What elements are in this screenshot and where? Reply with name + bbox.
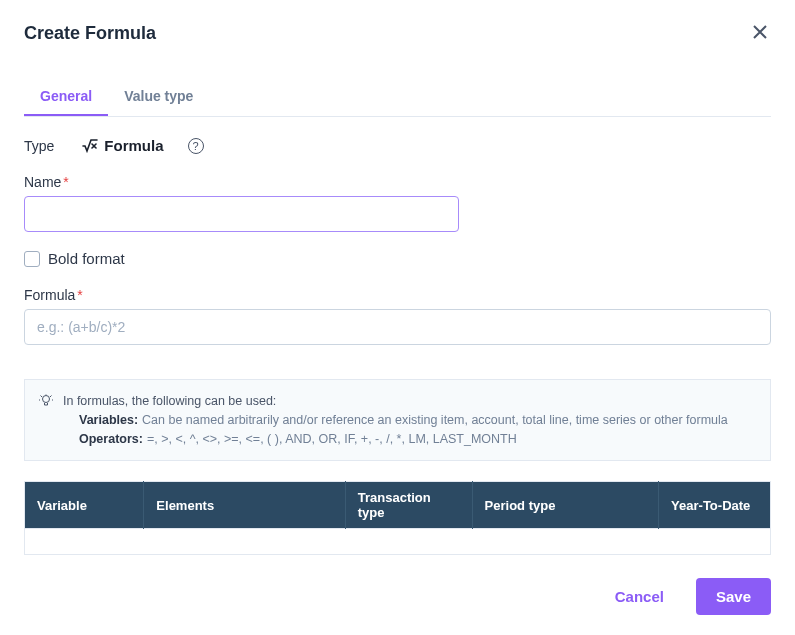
create-formula-modal: Create Formula General Value type Type F… xyxy=(0,0,795,635)
formula-icon xyxy=(82,139,98,153)
tab-value-type[interactable]: Value type xyxy=(108,78,209,116)
svg-point-0 xyxy=(43,396,50,403)
name-label: Name* xyxy=(24,174,771,190)
formula-hint: In formulas, the following can be used: … xyxy=(24,379,771,461)
name-field-group: Name* xyxy=(24,174,771,232)
bold-format-checkbox[interactable] xyxy=(24,251,40,267)
col-year-to-date: Year-To-Date xyxy=(659,482,771,529)
type-value-text: Formula xyxy=(104,137,163,154)
type-row: Type Formula ? xyxy=(24,137,771,154)
hint-variables-line: Variables: Can be named arbitrarily and/… xyxy=(63,411,728,430)
col-period-type: Period type xyxy=(472,482,659,529)
tab-general[interactable]: General xyxy=(24,78,108,116)
lightbulb-icon xyxy=(39,394,53,448)
table-header-row: Variable Elements Transaction type Perio… xyxy=(25,482,771,529)
col-elements: Elements xyxy=(144,482,345,529)
variables-table: Variable Elements Transaction type Perio… xyxy=(24,481,771,555)
close-icon xyxy=(753,23,767,43)
formula-label: Formula* xyxy=(24,287,771,303)
close-button[interactable] xyxy=(749,20,771,46)
hint-operators-line: Operators: =, >, <, ^, <>, >=, <=, ( ), … xyxy=(63,430,728,449)
required-asterisk: * xyxy=(63,174,68,190)
type-value: Formula xyxy=(82,137,163,154)
bold-format-label: Bold format xyxy=(48,250,125,267)
formula-field-group: Formula* xyxy=(24,287,771,345)
required-asterisk: * xyxy=(77,287,82,303)
cancel-button[interactable]: Cancel xyxy=(599,578,680,615)
table-row xyxy=(25,529,771,555)
modal-footer: Cancel Save xyxy=(24,558,771,615)
tabs: General Value type xyxy=(24,78,771,117)
col-variable: Variable xyxy=(25,482,144,529)
formula-input[interactable] xyxy=(24,309,771,345)
modal-title: Create Formula xyxy=(24,23,156,44)
bold-format-row: Bold format xyxy=(24,250,771,267)
hint-intro: In formulas, the following can be used: xyxy=(63,392,728,411)
hint-operators-label: Operators: xyxy=(79,430,143,449)
help-icon[interactable]: ? xyxy=(188,138,204,154)
hint-variables-label: Variables: xyxy=(79,411,138,430)
col-transaction-type: Transaction type xyxy=(345,482,472,529)
type-label: Type xyxy=(24,138,54,154)
save-button[interactable]: Save xyxy=(696,578,771,615)
hint-operators-text: =, >, <, ^, <>, >=, <=, ( ), AND, OR, IF… xyxy=(147,430,517,449)
hint-variables-text: Can be named arbitrarily and/or referenc… xyxy=(142,411,728,430)
hint-content: In formulas, the following can be used: … xyxy=(63,392,728,448)
modal-header: Create Formula xyxy=(24,20,771,46)
name-input[interactable] xyxy=(24,196,459,232)
